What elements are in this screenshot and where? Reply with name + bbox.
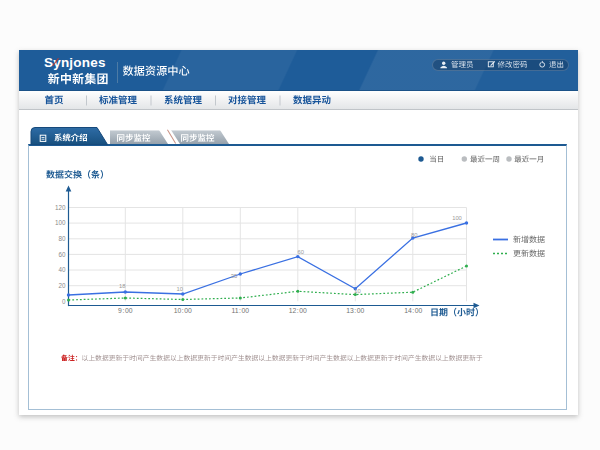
svg-text:14 : 00: 14 : 00 <box>404 307 422 314</box>
svg-text:60: 60 <box>297 249 303 255</box>
svg-text:120: 120 <box>55 204 66 211</box>
svg-text:10: 10 <box>354 288 360 294</box>
svg-text:60: 60 <box>58 251 66 258</box>
svg-text:40: 40 <box>58 266 66 273</box>
svg-text:18: 18 <box>119 283 125 289</box>
svg-text:0: 0 <box>62 298 66 305</box>
svg-text:35: 35 <box>231 273 237 279</box>
svg-text:12 : 00: 12 : 00 <box>289 307 307 314</box>
svg-text:9 : 00: 9 : 00 <box>118 307 133 314</box>
svg-text:11 : 00: 11 : 00 <box>231 307 249 314</box>
svg-text:20: 20 <box>58 282 66 289</box>
svg-text:10 : 00: 10 : 00 <box>174 307 192 314</box>
svg-text:80: 80 <box>411 232 417 238</box>
svg-text:10: 10 <box>177 286 183 292</box>
svg-text:Synjones: Synjones <box>44 55 106 70</box>
svg-text:13 : 00: 13 : 00 <box>346 307 364 314</box>
svg-text:100: 100 <box>452 215 462 221</box>
svg-text:100: 100 <box>55 219 66 226</box>
svg-text:80: 80 <box>58 235 66 242</box>
